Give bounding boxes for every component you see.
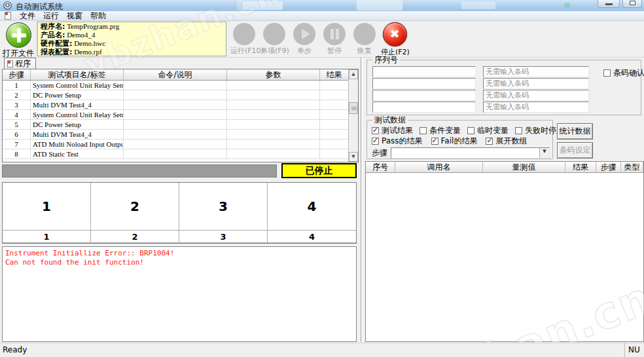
- condition-var-checkbox[interactable]: 条件变量: [420, 125, 461, 136]
- program-tab-label: 程序: [15, 58, 31, 69]
- checkbox-icon: [372, 138, 379, 145]
- serial-input-1[interactable]: [372, 66, 476, 77]
- app-icon: [3, 1, 12, 10]
- station-cell-1: 1: [3, 183, 91, 231]
- status-bar: Ready NU: [0, 343, 644, 357]
- control-buttons: 运行(F10) 单项(F9) 单步 暂停 恢复 停止(F2): [230, 22, 408, 57]
- menu-file[interactable]: 文件: [17, 11, 38, 21]
- status-right-cell: NU: [624, 343, 644, 357]
- checkbox-icon: [372, 127, 379, 134]
- test-data-options-row-1: 测试结果 条件变量 临时变量 失败时停止: [372, 125, 564, 136]
- scroll-down-icon[interactable]: [349, 152, 358, 162]
- table-row[interactable]: 3Multi DVM Test4_4: [3, 100, 358, 110]
- pause-button[interactable]: 暂停: [321, 22, 348, 57]
- desktop-artifact: [242, 1, 283, 10]
- table-row[interactable]: 5DC Power Setup: [3, 120, 358, 130]
- barcode-note-4[interactable]: [483, 102, 589, 113]
- pass-result-checkbox[interactable]: Pass的结果: [372, 136, 423, 147]
- resume-label: 恢复: [351, 46, 378, 56]
- results-table-header: 序号 调用名 量测值 结果 步骤 类型: [366, 162, 643, 173]
- single-item-label: 单项(F9): [260, 46, 288, 56]
- run-label: 运行(F10): [230, 46, 258, 56]
- barcode-note-3[interactable]: [483, 90, 589, 101]
- col-test-name: 测试项目名/标签: [31, 69, 124, 81]
- program-name-label: 程序名:: [41, 22, 65, 31]
- run-icon: [233, 23, 255, 45]
- table-row[interactable]: 2DC Power Setup: [3, 90, 358, 100]
- station-cell-2: 2: [91, 183, 179, 231]
- table-row[interactable]: 6Multi DVM Test4_4: [3, 130, 358, 140]
- run-status-badge: 已停止: [281, 163, 357, 178]
- serial-input-4[interactable]: [372, 102, 476, 113]
- checkbox-icon: [486, 138, 493, 145]
- table-row[interactable]: 7ATD Multi Noload Input Output ...: [3, 140, 358, 149]
- report-config-label: 报表配置:: [41, 48, 72, 56]
- station-cell-4: 4: [268, 183, 356, 231]
- maximize-button[interactable]: [622, 0, 642, 8]
- resume-button[interactable]: 恢复: [351, 22, 378, 57]
- pause-label: 暂停: [321, 46, 348, 56]
- stop-button[interactable]: 停止(F2): [381, 22, 408, 57]
- single-item-icon: [263, 23, 285, 45]
- barcode-setting-button[interactable]: 条码设定: [557, 142, 593, 159]
- title-bar: 自动测试系统: [0, 0, 644, 11]
- single-item-button[interactable]: 单项(F9): [260, 22, 288, 57]
- open-file-button[interactable]: 打开文件: [2, 22, 35, 56]
- steps-table: 步骤 测试项目名/标签 命令/说明 参数 结果 1System Control …: [2, 69, 359, 162]
- col-command: 命令/说明: [124, 69, 227, 81]
- serial-input-2[interactable]: [372, 78, 476, 89]
- report-config-value: Demo.rpf: [74, 48, 101, 56]
- pause-icon: [323, 23, 346, 45]
- main-area: 程序 步骤 测试项目名/标签 命令/说明 参数 结果 1System Contr…: [0, 58, 644, 343]
- barcode-note-1[interactable]: [483, 66, 589, 77]
- results-table: 序号 调用名 量测值 结果 步骤 类型: [365, 161, 644, 342]
- minimize-button[interactable]: [598, 0, 620, 8]
- menu-window[interactable]: 视窗: [64, 11, 85, 21]
- open-file-plus-icon: [6, 22, 31, 48]
- tab-program[interactable]: 程序: [4, 58, 36, 69]
- hardware-config-label: 硬件配置:: [41, 39, 72, 48]
- step-combobox[interactable]: [391, 147, 550, 159]
- table-row[interactable]: 8ATD Static Test: [3, 149, 358, 159]
- error-log: Instrument Initiallize Error:: BRP1004! …: [2, 246, 357, 342]
- scroll-up-icon[interactable]: [349, 69, 358, 79]
- station-index-4: 4: [268, 231, 356, 243]
- col-type: 类型: [621, 162, 643, 173]
- run-button[interactable]: 运行(F10): [230, 22, 258, 57]
- test-data-title: 测试数据: [372, 115, 408, 124]
- scroll-thumb[interactable]: [349, 102, 358, 114]
- window-title: 自动测试系统: [16, 1, 63, 11]
- report-config-line: 报表配置: Demo.rpf: [41, 48, 223, 56]
- table-row[interactable]: 4System Control Unit Relay Setup: [3, 110, 358, 120]
- program-tab-doc-icon: [7, 60, 13, 67]
- steps-scrollbar[interactable]: [348, 69, 358, 162]
- single-step-button[interactable]: 单步: [291, 22, 318, 57]
- test-result-checkbox[interactable]: 测试结果: [372, 125, 413, 136]
- col-result: 结果: [565, 162, 596, 173]
- chevron-down-icon[interactable]: [539, 148, 549, 158]
- barcode-note-2[interactable]: [483, 78, 589, 89]
- barcode-confirm-checkbox[interactable]: 条码确认: [603, 67, 644, 79]
- serial-input-3[interactable]: [372, 90, 476, 101]
- product-name-label: 产品名:: [41, 31, 65, 39]
- serial-group-title: 序列号: [372, 55, 400, 64]
- hardware-config-line: 硬件配置: Demo.hwc: [41, 39, 223, 48]
- program-name-value: TempProgram.prg: [67, 22, 119, 30]
- menu-help[interactable]: 帮助: [88, 11, 109, 21]
- temp-var-checkbox[interactable]: 临时变量: [467, 125, 509, 136]
- col-measured-value: 量测值: [483, 162, 565, 173]
- col-param: 参数: [227, 69, 320, 81]
- app-window: 自动测试系统 文件 运行 视窗 帮助 打开文件 程序名: TempProgram…: [0, 0, 644, 357]
- col-result: 结果: [320, 69, 349, 81]
- steps-table-header: 步骤 测试项目名/标签 命令/说明 参数 结果: [3, 69, 358, 81]
- stats-button[interactable]: 统计数据: [557, 123, 593, 140]
- expand-array-checkbox[interactable]: 展开数组: [486, 136, 527, 147]
- col-call-name: 调用名: [395, 162, 483, 173]
- progress-bar: [2, 164, 277, 178]
- fail-result-checkbox[interactable]: Fail的结果: [431, 136, 478, 147]
- barcode-confirm-label: 条码确认: [613, 67, 644, 79]
- product-name-line: 产品名: Demo4_4: [41, 31, 223, 39]
- table-row[interactable]: 1System Control Unit Relay Setup: [3, 81, 358, 90]
- document-icon: [5, 12, 11, 20]
- menu-run[interactable]: 运行: [41, 11, 62, 21]
